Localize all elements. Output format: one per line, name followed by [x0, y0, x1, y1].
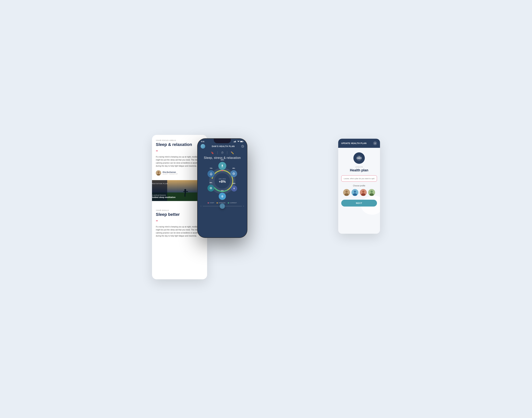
slider-track[interactable]: ⋮⋮ — [203, 206, 242, 206]
svg-rect-18 — [240, 141, 243, 142]
goals-label: YOUR GOALS — [156, 209, 203, 211]
legend-current-label: CURRENT — [230, 202, 237, 203]
phone-frame: 9:41 DAN'S HEALTH PLAN — [197, 139, 247, 237]
profile-avatar-4[interactable] — [368, 189, 375, 196]
right-panel-header: UPDATE HEALTH PLAN ✕ — [338, 139, 380, 148]
status-icons — [234, 141, 243, 142]
therapist-name: Elva Buchannan — [163, 171, 178, 173]
svg-rect-10 — [185, 194, 185, 197]
health-plan-title: Health plan — [341, 168, 377, 172]
phone-header: DAN'S HEALTH PLAN — [197, 142, 247, 150]
node-bottom[interactable]: 32% — [219, 193, 226, 200]
svg-rect-14 — [235, 141, 235, 142]
node-bottom-pct: 32% — [221, 190, 224, 191]
plan-search-input[interactable] — [341, 175, 377, 182]
meditation-lessons: 14 podcast lessons — [152, 194, 175, 196]
svg-point-32 — [359, 156, 359, 157]
scene: YOUR FOCUS AREAS Sleep & relaxation " If… — [152, 124, 380, 294]
svg-point-40 — [362, 191, 364, 193]
next-button[interactable]: NEXT — [341, 200, 377, 207]
radial-center: JAN 2021 +8% — [219, 178, 226, 184]
meditation-card[interactable]: MEDITATION PLAN 🔖 14 podcast lessons Gui… — [152, 180, 203, 201]
quote-text: If a racing mind is keeping you up at ni… — [156, 155, 203, 168]
phone-screen-title: Sleep, stress & relaxation — [197, 155, 247, 162]
phone-notch — [214, 139, 231, 143]
phone-header-title: DAN'S HEALTH PLAN — [212, 145, 235, 147]
legend-average: AVERAGE — [217, 202, 226, 203]
svg-point-1 — [158, 171, 159, 173]
node-top-left[interactable]: 73% — [208, 170, 215, 177]
svg-rect-15 — [235, 141, 236, 142]
svg-rect-9 — [183, 191, 188, 192]
svg-point-34 — [346, 191, 348, 193]
therapist-role: SLEEP THERAPIST — [163, 173, 178, 175]
goals-quote-text: If a racing mind is keeping you up at ni… — [156, 225, 203, 237]
profile-avatar-1[interactable] — [343, 189, 350, 196]
node-bottom-right-pct: 85% — [233, 183, 235, 184]
svg-rect-17 — [243, 141, 243, 142]
right-panel-body: UPDATE Health plan Choose profile — [338, 148, 380, 211]
node-top[interactable]: 100% — [218, 162, 226, 170]
health-plan-icon-circle — [353, 152, 365, 164]
radial-value: +8% — [219, 180, 226, 184]
meditation-card-content: MEDITATION PLAN — [152, 180, 203, 188]
phone-screen: 9:41 DAN'S HEALTH PLAN — [197, 139, 247, 237]
user-avatar[interactable] — [201, 144, 205, 149]
svg-rect-12 — [234, 141, 234, 142]
meditation-subtitle: Guided sleep meditation — [152, 196, 175, 198]
legend-start-label: START — [209, 202, 214, 203]
nav-divider-1 — [217, 151, 218, 154]
legend-current: CURRENT — [228, 202, 237, 203]
svg-point-43 — [370, 191, 373, 193]
svg-point-37 — [354, 191, 356, 193]
phone-nav-tabs: 🔖 ⏱ ✏️ — [197, 150, 247, 155]
legend-average-dot — [217, 202, 218, 203]
profile-avatar-3[interactable] — [360, 189, 367, 196]
node-bottom-left-pct: 58% — [209, 182, 212, 183]
slider-left-arrow[interactable]: ‹ — [201, 205, 201, 207]
slider-right-arrow[interactable]: › — [243, 205, 244, 207]
legend-start-dot — [208, 202, 209, 203]
therapist-avatar — [156, 170, 161, 175]
svg-point-7 — [184, 189, 186, 191]
svg-point-23 — [221, 170, 223, 171]
quote-icon-goals: " — [156, 220, 203, 224]
nav-divider-2 — [227, 151, 227, 154]
focus-areas-label: YOUR FOCUS AREAS — [156, 139, 203, 141]
phone-slider[interactable]: ‹ ⋮⋮ › — [197, 205, 247, 207]
svg-point-24 — [222, 165, 223, 166]
meditation-plan-label: MEDITATION PLAN — [152, 183, 200, 185]
node-bottom-left[interactable]: 58% — [208, 185, 214, 192]
radial-chart: 100% 73% 46% 58% — [203, 162, 241, 200]
focus-title: Sleep & relaxation — [156, 142, 203, 147]
phone-container: 9:41 DAN'S HEALTH PLAN — [197, 124, 247, 294]
timer-nav-icon[interactable]: ⏱ — [221, 151, 224, 154]
goals-title: Sleep better — [156, 212, 203, 217]
node-top-right[interactable]: 46% — [230, 170, 237, 177]
node-bottom-right[interactable]: 85% — [231, 186, 237, 192]
profile-row — [341, 189, 377, 196]
legend-current-dot — [228, 202, 229, 203]
status-time: 9:41 — [201, 141, 204, 142]
svg-rect-13 — [234, 141, 235, 142]
right-header-title: UPDATE HEALTH PLAN — [341, 142, 367, 144]
quote-icon-top: " — [156, 150, 203, 154]
header-icons — [241, 145, 244, 148]
bookmark-nav-icon[interactable]: 🔖 — [211, 151, 214, 154]
node-top-right-pct: 46% — [232, 168, 235, 169]
slider-handle[interactable]: ⋮⋮ — [220, 203, 225, 209]
close-button[interactable]: ✕ — [373, 141, 377, 145]
node-top-left-pct: 73% — [210, 168, 212, 169]
right-panel: UPDATE HEALTH PLAN ✕ UPDATE Health plan … — [338, 139, 380, 234]
node-top-pct: 100% — [220, 159, 224, 161]
legend-start: START — [208, 202, 214, 203]
profile-avatar-2[interactable] — [351, 189, 358, 196]
radial-date: JAN 2021 — [219, 178, 226, 180]
edit-nav-icon[interactable]: ✏️ — [231, 151, 234, 154]
choose-profile-label: Choose profile — [341, 185, 377, 187]
update-label: UPDATE — [341, 166, 377, 168]
